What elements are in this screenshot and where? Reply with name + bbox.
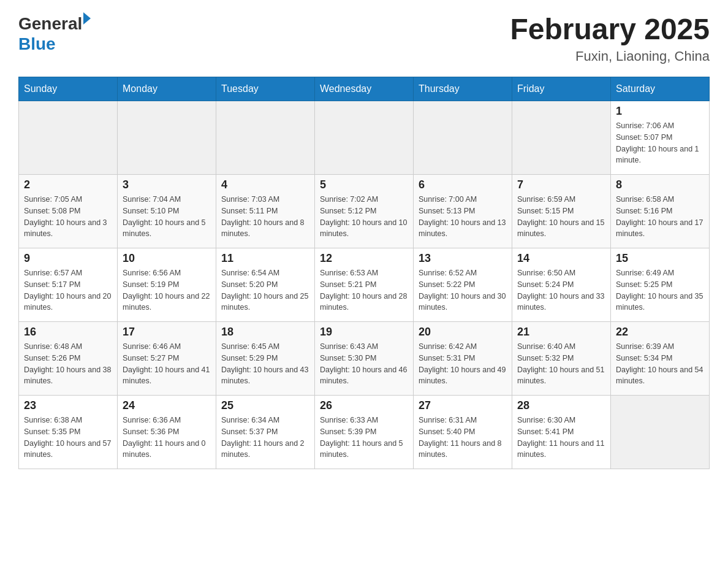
weekday-header-friday: Friday — [512, 77, 611, 101]
day-number: 27 — [419, 399, 507, 412]
calendar-cell: 8Sunrise: 6:58 AMSunset: 5:16 PMDaylight… — [611, 175, 710, 248]
month-title: February 2025 — [510, 12, 710, 46]
calendar-cell — [414, 101, 512, 175]
calendar-cell: 27Sunrise: 6:31 AMSunset: 5:40 PMDayligh… — [414, 396, 512, 469]
day-number: 20 — [419, 326, 507, 339]
day-info: Sunrise: 6:48 AMSunset: 5:26 PMDaylight:… — [24, 341, 112, 387]
day-number: 1 — [616, 105, 704, 118]
calendar-cell — [19, 101, 118, 175]
day-info: Sunrise: 6:30 AMSunset: 5:41 PMDaylight:… — [517, 415, 605, 461]
day-number: 13 — [419, 252, 507, 265]
calendar-cell: 14Sunrise: 6:50 AMSunset: 5:24 PMDayligh… — [512, 248, 611, 322]
day-info: Sunrise: 6:57 AMSunset: 5:17 PMDaylight:… — [24, 267, 112, 313]
day-number: 7 — [517, 178, 605, 191]
day-info: Sunrise: 7:04 AMSunset: 5:10 PMDaylight:… — [123, 194, 211, 240]
day-number: 3 — [123, 178, 211, 191]
day-number: 24 — [123, 399, 211, 412]
day-number: 10 — [123, 252, 211, 265]
day-info: Sunrise: 6:58 AMSunset: 5:16 PMDaylight:… — [616, 194, 704, 240]
calendar-cell: 12Sunrise: 6:53 AMSunset: 5:21 PMDayligh… — [315, 248, 414, 322]
calendar-cell: 6Sunrise: 7:00 AMSunset: 5:13 PMDaylight… — [414, 175, 512, 248]
calendar-week-row-0: 1Sunrise: 7:06 AMSunset: 5:07 PMDaylight… — [19, 101, 710, 175]
location-text: Fuxin, Liaoning, China — [510, 48, 710, 64]
day-info: Sunrise: 6:59 AMSunset: 5:15 PMDaylight:… — [517, 194, 605, 240]
day-number: 16 — [24, 326, 112, 339]
day-info: Sunrise: 6:52 AMSunset: 5:22 PMDaylight:… — [419, 267, 507, 313]
day-number: 28 — [517, 399, 605, 412]
calendar-cell: 17Sunrise: 6:46 AMSunset: 5:27 PMDayligh… — [118, 322, 216, 396]
day-number: 2 — [24, 178, 112, 191]
weekday-header-saturday: Saturday — [611, 77, 710, 101]
day-info: Sunrise: 6:42 AMSunset: 5:31 PMDaylight:… — [419, 341, 507, 387]
calendar-cell: 21Sunrise: 6:40 AMSunset: 5:32 PMDayligh… — [512, 322, 611, 396]
calendar-cell: 15Sunrise: 6:49 AMSunset: 5:25 PMDayligh… — [611, 248, 710, 322]
day-number: 23 — [24, 399, 112, 412]
day-info: Sunrise: 7:00 AMSunset: 5:13 PMDaylight:… — [419, 194, 507, 240]
day-info: Sunrise: 6:45 AMSunset: 5:29 PMDaylight:… — [221, 341, 309, 387]
calendar-cell: 5Sunrise: 7:02 AMSunset: 5:12 PMDaylight… — [315, 175, 414, 248]
weekday-header-sunday: Sunday — [19, 77, 118, 101]
calendar-cell: 11Sunrise: 6:54 AMSunset: 5:20 PMDayligh… — [216, 248, 315, 322]
calendar-cell: 7Sunrise: 6:59 AMSunset: 5:15 PMDaylight… — [512, 175, 611, 248]
calendar-cell: 4Sunrise: 7:03 AMSunset: 5:11 PMDaylight… — [216, 175, 315, 248]
calendar-week-row-1: 2Sunrise: 7:05 AMSunset: 5:08 PMDaylight… — [19, 175, 710, 248]
day-number: 8 — [616, 178, 704, 191]
calendar-week-row-3: 16Sunrise: 6:48 AMSunset: 5:26 PMDayligh… — [19, 322, 710, 396]
calendar-cell — [315, 101, 414, 175]
calendar-week-row-2: 9Sunrise: 6:57 AMSunset: 5:17 PMDaylight… — [19, 248, 710, 322]
day-info: Sunrise: 6:43 AMSunset: 5:30 PMDaylight:… — [320, 341, 408, 387]
page-header: General Blue February 2025 Fuxin, Liaoni… — [18, 12, 710, 64]
day-number: 17 — [123, 326, 211, 339]
calendar-table: SundayMondayTuesdayWednesdayThursdayFrid… — [18, 77, 710, 469]
calendar-cell: 22Sunrise: 6:39 AMSunset: 5:34 PMDayligh… — [611, 322, 710, 396]
day-number: 14 — [517, 252, 605, 265]
day-number: 18 — [221, 326, 309, 339]
calendar-cell: 3Sunrise: 7:04 AMSunset: 5:10 PMDaylight… — [118, 175, 216, 248]
calendar-cell: 25Sunrise: 6:34 AMSunset: 5:37 PMDayligh… — [216, 396, 315, 469]
day-info: Sunrise: 6:56 AMSunset: 5:19 PMDaylight:… — [123, 267, 211, 313]
calendar-cell: 19Sunrise: 6:43 AMSunset: 5:30 PMDayligh… — [315, 322, 414, 396]
day-info: Sunrise: 6:39 AMSunset: 5:34 PMDaylight:… — [616, 341, 704, 387]
calendar-cell — [216, 101, 315, 175]
day-number: 5 — [320, 178, 408, 191]
calendar-cell — [118, 101, 216, 175]
day-number: 26 — [320, 399, 408, 412]
day-number: 4 — [221, 178, 309, 191]
day-number: 6 — [419, 178, 507, 191]
day-number: 22 — [616, 326, 704, 339]
day-info: Sunrise: 6:53 AMSunset: 5:21 PMDaylight:… — [320, 267, 408, 313]
day-info: Sunrise: 6:46 AMSunset: 5:27 PMDaylight:… — [123, 341, 211, 387]
weekday-header-row: SundayMondayTuesdayWednesdayThursdayFrid… — [19, 77, 710, 101]
day-info: Sunrise: 7:05 AMSunset: 5:08 PMDaylight:… — [24, 194, 112, 240]
title-section: February 2025 Fuxin, Liaoning, China — [510, 12, 710, 64]
calendar-cell: 16Sunrise: 6:48 AMSunset: 5:26 PMDayligh… — [19, 322, 118, 396]
logo-arrow-icon — [83, 12, 91, 25]
calendar-week-row-4: 23Sunrise: 6:38 AMSunset: 5:35 PMDayligh… — [19, 396, 710, 469]
day-info: Sunrise: 7:06 AMSunset: 5:07 PMDaylight:… — [616, 120, 704, 166]
calendar-cell: 20Sunrise: 6:42 AMSunset: 5:31 PMDayligh… — [414, 322, 512, 396]
logo-general-text: General — [18, 15, 82, 33]
day-number: 25 — [221, 399, 309, 412]
day-info: Sunrise: 7:03 AMSunset: 5:11 PMDaylight:… — [221, 194, 309, 240]
calendar-cell: 28Sunrise: 6:30 AMSunset: 5:41 PMDayligh… — [512, 396, 611, 469]
calendar-cell: 1Sunrise: 7:06 AMSunset: 5:07 PMDaylight… — [611, 101, 710, 175]
day-number: 11 — [221, 252, 309, 265]
weekday-header-wednesday: Wednesday — [315, 77, 414, 101]
day-info: Sunrise: 6:31 AMSunset: 5:40 PMDaylight:… — [419, 415, 507, 461]
weekday-header-monday: Monday — [118, 77, 216, 101]
calendar-cell: 23Sunrise: 6:38 AMSunset: 5:35 PMDayligh… — [19, 396, 118, 469]
day-number: 19 — [320, 326, 408, 339]
day-number: 9 — [24, 252, 112, 265]
weekday-header-thursday: Thursday — [414, 77, 512, 101]
calendar-cell: 13Sunrise: 6:52 AMSunset: 5:22 PMDayligh… — [414, 248, 512, 322]
day-number: 12 — [320, 252, 408, 265]
day-info: Sunrise: 6:34 AMSunset: 5:37 PMDaylight:… — [221, 415, 309, 461]
logo: General Blue — [18, 12, 91, 53]
calendar-cell: 18Sunrise: 6:45 AMSunset: 5:29 PMDayligh… — [216, 322, 315, 396]
day-info: Sunrise: 6:54 AMSunset: 5:20 PMDaylight:… — [221, 267, 309, 313]
calendar-cell: 24Sunrise: 6:36 AMSunset: 5:36 PMDayligh… — [118, 396, 216, 469]
day-info: Sunrise: 6:36 AMSunset: 5:36 PMDaylight:… — [123, 415, 211, 461]
calendar-cell: 2Sunrise: 7:05 AMSunset: 5:08 PMDaylight… — [19, 175, 118, 248]
day-info: Sunrise: 6:40 AMSunset: 5:32 PMDaylight:… — [517, 341, 605, 387]
weekday-header-tuesday: Tuesday — [216, 77, 315, 101]
